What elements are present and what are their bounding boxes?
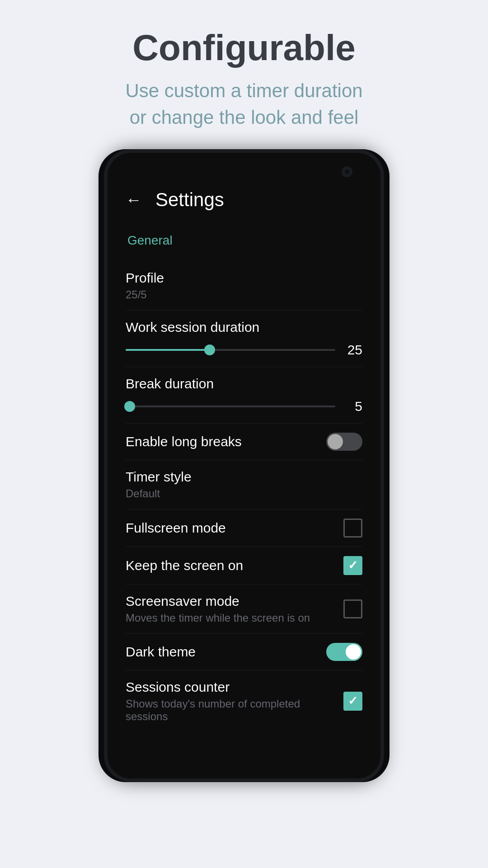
fullscreen-label: Fullscreen mode: [126, 520, 226, 536]
setting-item-dark-theme[interactable]: Dark theme: [126, 634, 362, 670]
page-subtitle: Use custom a timer durationor change the…: [125, 78, 362, 131]
screensaver-checkbox[interactable]: [343, 599, 362, 618]
dark-theme-toggle[interactable]: [326, 643, 362, 661]
break-duration-fill: [126, 406, 130, 407]
back-button[interactable]: ←: [126, 190, 142, 209]
sessions-counter-checkmark: ✓: [348, 694, 358, 708]
work-duration-slider-row: 25: [126, 342, 362, 358]
setting-item-work-duration: Work session duration 25: [126, 311, 362, 367]
work-duration-track[interactable]: [126, 349, 335, 351]
setting-item-screensaver[interactable]: Screensaver mode Moves the timer while t…: [126, 585, 362, 634]
break-duration-track[interactable]: [126, 406, 335, 407]
sessions-counter-label: Sessions counter: [126, 679, 343, 695]
settings-screen-title: Settings: [155, 189, 224, 211]
work-duration-label: Work session duration: [126, 320, 362, 335]
screensaver-sublabel: Moves the timer while the screen is on: [126, 612, 310, 624]
settings-header: ← Settings: [126, 189, 362, 211]
break-duration-label: Break duration: [126, 376, 362, 392]
keep-screen-on-label: Keep the screen on: [126, 558, 243, 573]
setting-item-keep-screen-on[interactable]: Keep the screen on ✓: [126, 547, 362, 585]
setting-item-break-duration: Break duration 5: [126, 367, 362, 424]
work-duration-fill: [126, 349, 210, 351]
work-duration-thumb[interactable]: [204, 344, 215, 355]
profile-label: Profile: [126, 270, 164, 286]
sessions-counter-sublabel: Shows today's number of completed sessio…: [126, 698, 343, 723]
sessions-counter-checkbox[interactable]: ✓: [343, 692, 362, 711]
camera-lens: [344, 169, 350, 175]
phone-mockup: ← Settings General Profile 25/5 Work ses…: [104, 149, 384, 782]
dark-theme-toggle-knob: [346, 644, 361, 660]
timer-style-label: Timer style: [126, 469, 362, 485]
setting-item-profile[interactable]: Profile 25/5: [126, 261, 362, 311]
screensaver-label: Screensaver mode: [126, 594, 310, 609]
dark-theme-label: Dark theme: [126, 644, 196, 660]
setting-item-timer-style[interactable]: Timer style Default: [126, 460, 362, 509]
setting-item-sessions-counter[interactable]: Sessions counter Shows today's number of…: [126, 670, 362, 732]
long-breaks-label: Enable long breaks: [126, 434, 242, 449]
page-header: Configurable Use custom a timer duration…: [80, 0, 408, 149]
timer-style-sublabel: Default: [126, 487, 362, 500]
keep-screen-on-checkbox[interactable]: ✓: [343, 556, 362, 575]
break-duration-slider-row: 5: [126, 399, 362, 414]
long-breaks-toggle[interactable]: [326, 433, 362, 451]
work-duration-value: 25: [344, 342, 362, 358]
break-duration-thumb[interactable]: [124, 401, 135, 412]
setting-item-fullscreen[interactable]: Fullscreen mode: [126, 509, 362, 547]
long-breaks-toggle-knob: [328, 434, 343, 449]
setting-item-long-breaks[interactable]: Enable long breaks: [126, 424, 362, 460]
camera-cutout: [341, 165, 353, 178]
break-duration-value: 5: [344, 399, 362, 414]
keep-screen-on-checkmark: ✓: [348, 558, 358, 572]
section-general-label: General: [126, 233, 362, 248]
profile-sublabel: 25/5: [126, 288, 164, 301]
phone-screen: ← Settings General Profile 25/5 Work ses…: [108, 153, 380, 778]
page-title: Configurable: [125, 27, 362, 69]
fullscreen-checkbox[interactable]: [343, 519, 362, 538]
